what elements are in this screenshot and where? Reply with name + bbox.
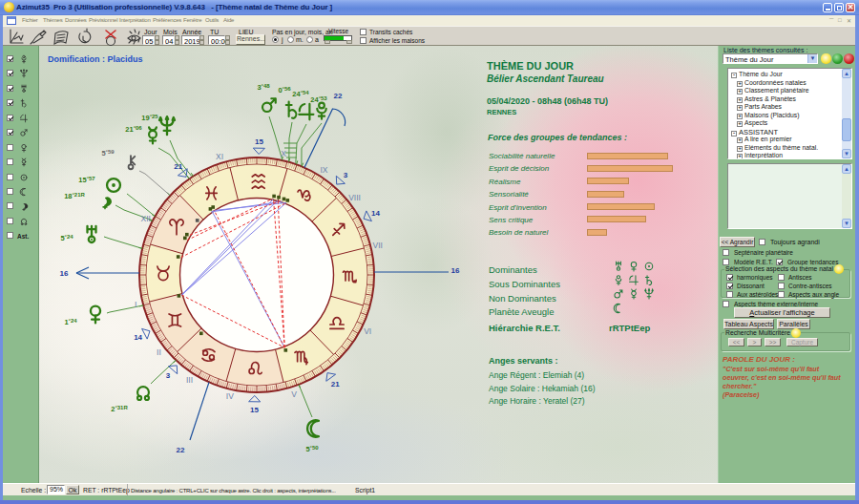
svg-text:Ast.: Ast. — [17, 233, 29, 240]
